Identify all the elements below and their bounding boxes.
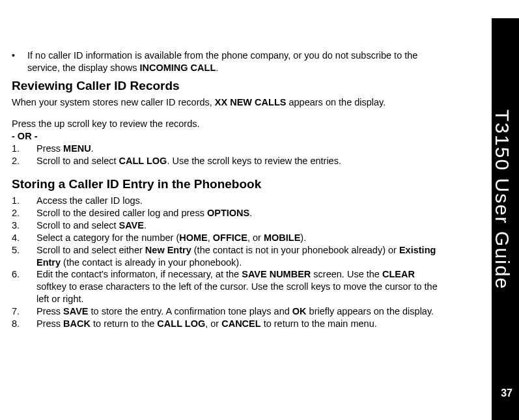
text: Press: [36, 143, 63, 154]
text: softkey to erase characters to the left …: [36, 281, 438, 304]
list-number: 4.: [12, 232, 36, 244]
bold-text: MOBILE: [264, 232, 300, 243]
text: to store the entry. A confirmation tone …: [89, 306, 292, 316]
list-item: 1. Press MENU.: [12, 143, 443, 155]
text: Scroll to and select: [36, 220, 119, 231]
list-body: Select a category for the number (HOME, …: [36, 232, 443, 244]
text: (the contact is not in your phonebook al…: [191, 245, 399, 255]
list-number: 2.: [12, 207, 36, 219]
text: Press: [36, 318, 63, 329]
text: appears on the display.: [286, 97, 386, 107]
sidebar-title: T3150 User Guide: [490, 109, 515, 290]
bold-text: CALL LOG: [119, 156, 167, 166]
text: If no caller ID information is available…: [27, 50, 417, 73]
list-number: 1.: [12, 195, 36, 207]
text: (the contact is already in your phoneboo…: [61, 257, 242, 268]
bold-text: CANCEL: [221, 318, 260, 329]
bold-text: BACK: [63, 318, 91, 329]
ordered-list: 1. Access the caller ID logs. 2. Scroll …: [12, 195, 443, 329]
bullet-item: • If no caller ID information is availab…: [12, 49, 443, 74]
text: screen. Use the: [311, 269, 382, 279]
list-body: Scroll to and select either New Entry (t…: [36, 244, 443, 269]
bold-text: HOME: [179, 232, 208, 243]
bold-text: SAVE NUMBER: [242, 269, 311, 279]
instruction-text: Press the up scroll key to review the re…: [12, 118, 443, 130]
text: briefly appears on the display.: [307, 306, 434, 316]
bullet-marker: •: [12, 49, 27, 74]
text: to return to the main menu.: [261, 318, 377, 329]
text: Scroll to and select: [36, 156, 119, 166]
text: .: [216, 63, 218, 73]
bold-text: MENU: [63, 143, 91, 154]
text: ).: [300, 232, 306, 243]
bold-text: CALL LOG: [157, 318, 205, 329]
text: When your system stores new caller ID re…: [12, 97, 215, 107]
list-item: 8. Press BACK to return to the CALL LOG,…: [12, 318, 443, 330]
bold-text: OFFICE: [213, 232, 247, 243]
list-number: 2.: [12, 155, 36, 167]
text: Scroll to and select either: [36, 245, 145, 255]
list-item: 4. Select a category for the number (HOM…: [12, 232, 443, 244]
list-body: Access the caller ID logs.: [36, 195, 443, 207]
list-item: 2. Scroll to and select CALL LOG. Use th…: [12, 155, 443, 167]
bold-text: CLEAR: [382, 269, 415, 279]
list-number: 3.: [12, 219, 36, 232]
section-heading: Reviewing Caller ID Records: [12, 78, 443, 94]
bullet-text: If no caller ID information is available…: [27, 49, 443, 74]
list-body: Scroll to the desired caller log and pre…: [36, 207, 443, 219]
list-item: 5. Scroll to and select either New Entry…: [12, 244, 443, 269]
section-heading: Storing a Caller ID Entry in the Phonebo…: [12, 176, 443, 193]
text: .: [144, 220, 147, 231]
list-item: 1. Access the caller ID logs.: [12, 195, 443, 207]
page-content: • If no caller ID information is availab…: [0, 0, 482, 330]
list-number: 6.: [12, 268, 36, 305]
bold-text: New Entry: [145, 245, 191, 255]
text: to return to the: [91, 318, 157, 329]
text: .: [249, 208, 252, 218]
list-body: Press BACK to return to the CALL LOG, or…: [36, 318, 443, 330]
list-number: 1.: [12, 143, 36, 155]
bold-text: XX NEW CALLS: [215, 97, 287, 107]
list-body: Press SAVE to store the entry. A confirm…: [36, 305, 443, 318]
list-item: 7. Press SAVE to store the entry. A conf…: [12, 305, 443, 318]
text: Scroll to the desired caller log and pre…: [36, 208, 207, 218]
list-number: 8.: [12, 318, 36, 330]
page-number: 37: [501, 387, 512, 400]
ordered-list: 1. Press MENU. 2. Scroll to and select C…: [12, 143, 443, 167]
text: , or: [205, 318, 221, 329]
list-number: 7.: [12, 305, 36, 318]
text: , or: [247, 232, 264, 243]
list-item: 2. Scroll to the desired caller log and …: [12, 207, 443, 219]
list-item: 3. Scroll to and select SAVE.: [12, 219, 443, 232]
bold-text: OPTIONS: [207, 208, 249, 218]
text: . Use the scroll keys to review the entr…: [167, 156, 341, 166]
text: Edit the contact's informaton, if necess…: [36, 269, 242, 279]
list-number: 5.: [12, 244, 36, 269]
sidebar-band: T3150 User Guide 37: [492, 18, 519, 420]
text: Select a category for the number (: [36, 232, 179, 243]
list-body: Scroll to and select SAVE.: [36, 219, 443, 232]
text: ,: [208, 232, 213, 243]
list-body: Press MENU.: [36, 143, 443, 155]
or-separator: - OR -: [12, 130, 443, 143]
bold-text: SAVE: [63, 306, 88, 316]
intro-text: When your system stores new caller ID re…: [12, 96, 443, 109]
text: .: [91, 143, 94, 154]
list-body: Scroll to and select CALL LOG. Use the s…: [36, 155, 443, 167]
list-item: 6. Edit the contact's informaton, if nec…: [12, 268, 443, 305]
bold-text: INCOMING CALL: [139, 63, 216, 73]
bold-text: SAVE: [119, 220, 144, 231]
text: Press: [36, 306, 63, 316]
bold-text: OK: [292, 306, 307, 316]
list-body: Edit the contact's informaton, if necess…: [36, 268, 443, 305]
